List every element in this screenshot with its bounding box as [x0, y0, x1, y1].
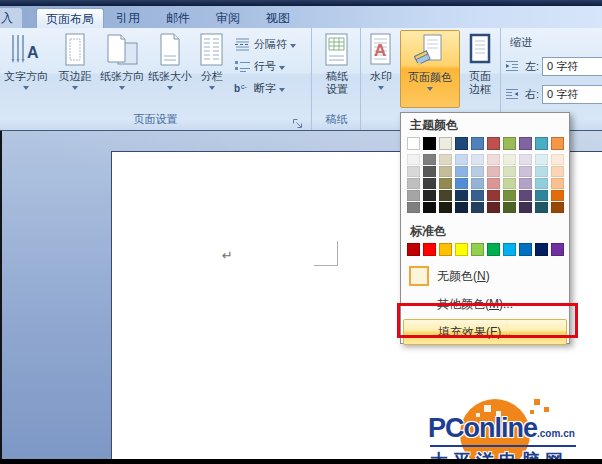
- tint-swatch[interactable]: [535, 202, 548, 213]
- tint-swatch[interactable]: [519, 190, 532, 201]
- standard-color-swatch[interactable]: [487, 243, 500, 256]
- tint-swatch[interactable]: [423, 178, 436, 189]
- standard-color-swatch[interactable]: [503, 243, 516, 256]
- theme-color-swatch[interactable]: [471, 137, 484, 150]
- standard-color-swatch[interactable]: [439, 243, 452, 256]
- tab-review[interactable]: 审阅: [210, 8, 246, 28]
- tab-insert-partial[interactable]: 入: [0, 8, 22, 28]
- tint-column: [487, 154, 500, 213]
- hyphenation-button[interactable]: bc-断字: [234, 79, 285, 97]
- tint-swatch[interactable]: [551, 190, 564, 201]
- tint-swatch[interactable]: [471, 190, 484, 201]
- tint-swatch[interactable]: [439, 202, 452, 213]
- tab-view[interactable]: 视图: [260, 8, 296, 28]
- tint-swatch[interactable]: [407, 202, 420, 213]
- tint-swatch[interactable]: [551, 154, 564, 165]
- tint-swatch[interactable]: [423, 166, 436, 177]
- watermark-button[interactable]: A 水印: [362, 30, 400, 108]
- tint-swatch[interactable]: [535, 166, 548, 177]
- text-direction-button[interactable]: A文字方向: [0, 30, 52, 108]
- theme-color-swatch[interactable]: [407, 137, 420, 150]
- tint-swatch[interactable]: [439, 154, 452, 165]
- tint-swatch[interactable]: [439, 190, 452, 201]
- standard-color-swatch[interactable]: [423, 243, 436, 256]
- chevron-down-icon: [279, 66, 285, 70]
- tint-swatch[interactable]: [455, 154, 468, 165]
- tint-swatch[interactable]: [423, 202, 436, 213]
- margins-icon: [58, 32, 92, 70]
- tint-swatch[interactable]: [407, 178, 420, 189]
- tint-swatch[interactable]: [439, 178, 452, 189]
- svg-text:A: A: [27, 44, 39, 61]
- tint-swatch[interactable]: [455, 178, 468, 189]
- genko-settings-button[interactable]: 稿纸 设置: [314, 30, 360, 108]
- tint-swatch[interactable]: [487, 166, 500, 177]
- standard-color-swatch[interactable]: [471, 243, 484, 256]
- tint-swatch[interactable]: [407, 166, 420, 177]
- tint-swatch[interactable]: [487, 154, 500, 165]
- tint-swatch[interactable]: [471, 178, 484, 189]
- tab-page-layout[interactable]: 页面布局: [36, 8, 104, 28]
- tint-swatch[interactable]: [503, 190, 516, 201]
- tint-swatch[interactable]: [407, 154, 420, 165]
- margins-button[interactable]: 页边距: [52, 30, 98, 108]
- tint-swatch[interactable]: [407, 190, 420, 201]
- standard-color-swatch[interactable]: [407, 243, 420, 256]
- theme-color-swatch[interactable]: [551, 137, 564, 150]
- tint-swatch[interactable]: [551, 166, 564, 177]
- tint-swatch[interactable]: [519, 202, 532, 213]
- tint-swatch[interactable]: [455, 166, 468, 177]
- tint-swatch[interactable]: [471, 154, 484, 165]
- theme-color-swatch[interactable]: [439, 137, 452, 150]
- tint-swatch[interactable]: [423, 190, 436, 201]
- tint-swatch[interactable]: [551, 202, 564, 213]
- line-numbers-button[interactable]: 行号: [234, 57, 285, 75]
- tab-references[interactable]: 引用: [110, 8, 146, 28]
- tint-swatch[interactable]: [535, 154, 548, 165]
- tint-swatch[interactable]: [471, 202, 484, 213]
- columns-button[interactable]: 分栏: [194, 30, 230, 108]
- theme-color-swatch[interactable]: [487, 137, 500, 150]
- indent-right-field[interactable]: 0 字符: [542, 85, 602, 104]
- tint-swatch[interactable]: [503, 166, 516, 177]
- menu-item-no-color[interactable]: 无颜色(N): [403, 263, 567, 289]
- theme-color-swatch[interactable]: [503, 137, 516, 150]
- standard-color-swatch[interactable]: [535, 243, 548, 256]
- theme-color-swatch[interactable]: [455, 137, 468, 150]
- paper-size-button[interactable]: 纸张大小: [146, 30, 194, 108]
- tint-swatch[interactable]: [455, 190, 468, 201]
- orientation-button[interactable]: 纸张方向: [98, 30, 146, 108]
- orientation-button-label: 纸张方向: [100, 70, 144, 83]
- tab-mailings[interactable]: 邮件: [160, 8, 196, 28]
- tint-swatch[interactable]: [535, 190, 548, 201]
- tint-swatch[interactable]: [471, 166, 484, 177]
- tint-swatch[interactable]: [503, 154, 516, 165]
- tint-swatch[interactable]: [455, 202, 468, 213]
- standard-color-swatch[interactable]: [551, 243, 564, 256]
- page-color-icon: [413, 33, 447, 71]
- theme-color-swatch[interactable]: [519, 137, 532, 150]
- tint-swatch[interactable]: [503, 202, 516, 213]
- theme-color-swatch[interactable]: [423, 137, 436, 150]
- tint-swatch[interactable]: [487, 190, 500, 201]
- theme-color-swatch[interactable]: [535, 137, 548, 150]
- text-direction-icon: A: [9, 32, 43, 70]
- page-border-button[interactable]: 页面 边框: [460, 30, 500, 108]
- tint-swatch[interactable]: [519, 178, 532, 189]
- tint-swatch[interactable]: [535, 178, 548, 189]
- tint-swatch[interactable]: [519, 154, 532, 165]
- dialog-launcher-icon[interactable]: [292, 115, 303, 126]
- tint-swatch[interactable]: [439, 166, 452, 177]
- columns-icon: [195, 32, 229, 70]
- breaks-button[interactable]: 分隔符: [234, 35, 296, 53]
- tint-swatch[interactable]: [503, 178, 516, 189]
- page-color-button[interactable]: 页面颜色: [400, 30, 460, 108]
- tint-swatch[interactable]: [519, 166, 532, 177]
- tint-swatch[interactable]: [423, 154, 436, 165]
- tint-swatch[interactable]: [487, 178, 500, 189]
- tint-swatch[interactable]: [487, 202, 500, 213]
- standard-color-swatch[interactable]: [455, 243, 468, 256]
- indent-left-field[interactable]: 0 字符: [542, 57, 602, 76]
- standard-color-swatch[interactable]: [519, 243, 532, 256]
- tint-swatch[interactable]: [551, 178, 564, 189]
